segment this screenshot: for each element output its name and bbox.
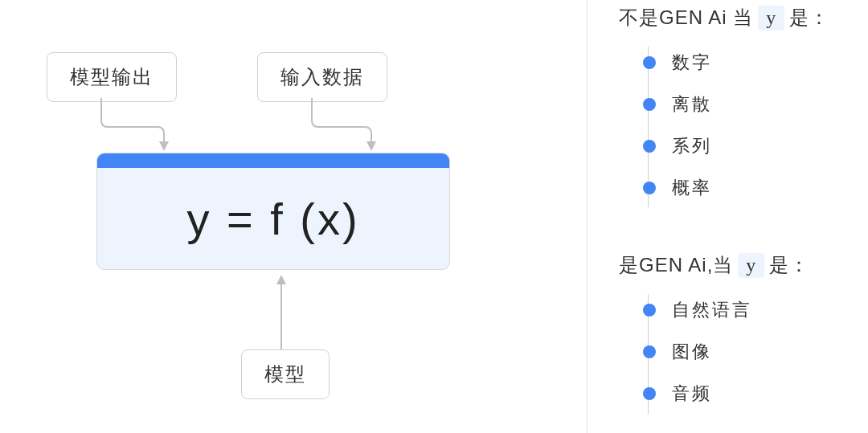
bullet-icon	[643, 140, 656, 153]
list-item: 概率	[643, 167, 868, 209]
list-item: 图像	[643, 331, 868, 373]
item-text: 图像	[672, 340, 712, 364]
arrow-input-to-x	[305, 98, 386, 154]
item-text: 音频	[672, 382, 712, 406]
svg-marker-0	[159, 141, 169, 151]
title-prefix: 是GEN Ai,当	[619, 252, 733, 278]
item-text: 自然语言	[672, 298, 752, 322]
formula-header-bar	[97, 153, 449, 168]
right-panel: 不是GEN Ai 当 y 是： 数字 离散 系列 概率	[587, 0, 868, 433]
item-text: 概率	[672, 176, 712, 200]
item-list-not-gen: 数字 离散 系列 概率	[643, 42, 868, 209]
label-text: 模型输出	[70, 66, 154, 88]
bullet-icon	[643, 56, 656, 69]
bullet-icon	[643, 98, 656, 111]
title-prefix: 不是GEN Ai 当	[619, 5, 753, 31]
label-text: 输入数据	[280, 66, 364, 88]
label-input-data: 输入数据	[257, 52, 387, 102]
title-suffix: 是：	[789, 5, 829, 31]
bullet-icon	[643, 345, 656, 358]
list-item: 数字	[643, 42, 868, 84]
section-title-not-gen: 不是GEN Ai 当 y 是：	[619, 5, 868, 31]
label-model: 模型	[241, 349, 330, 399]
item-text: 离散	[672, 92, 712, 116]
section-not-gen-ai: 不是GEN Ai 当 y 是： 数字 离散 系列 概率	[587, 5, 868, 209]
bullet-icon	[643, 304, 656, 317]
item-list-is-gen: 自然语言 图像 音频	[643, 289, 868, 415]
svg-marker-1	[366, 141, 376, 151]
section-is-gen-ai: 是GEN Ai,当 y 是： 自然语言 图像 音频	[587, 252, 868, 415]
arrow-output-to-y	[95, 98, 175, 154]
item-text: 数字	[672, 51, 712, 75]
formula-text: y = f (x)	[97, 168, 449, 269]
bullet-icon	[643, 387, 656, 400]
list-item: 音频	[643, 373, 868, 415]
diagram-panel: 模型输出 输入数据 y = f (x) 模型	[0, 0, 587, 433]
item-text: 系列	[672, 134, 712, 158]
svg-marker-3	[276, 275, 286, 284]
arrow-model-to-f	[265, 273, 297, 349]
list-item: 离散	[643, 84, 868, 125]
formula-box: y = f (x)	[96, 153, 450, 270]
y-highlight: y	[758, 6, 784, 31]
label-model-output: 模型输出	[47, 52, 177, 102]
list-item: 自然语言	[643, 289, 868, 331]
list-item: 系列	[643, 125, 868, 167]
title-suffix: 是：	[769, 252, 809, 278]
section-title-is-gen: 是GEN Ai,当 y 是：	[619, 252, 868, 278]
y-highlight: y	[738, 253, 764, 278]
label-text: 模型	[264, 363, 306, 385]
bullet-icon	[643, 182, 656, 194]
